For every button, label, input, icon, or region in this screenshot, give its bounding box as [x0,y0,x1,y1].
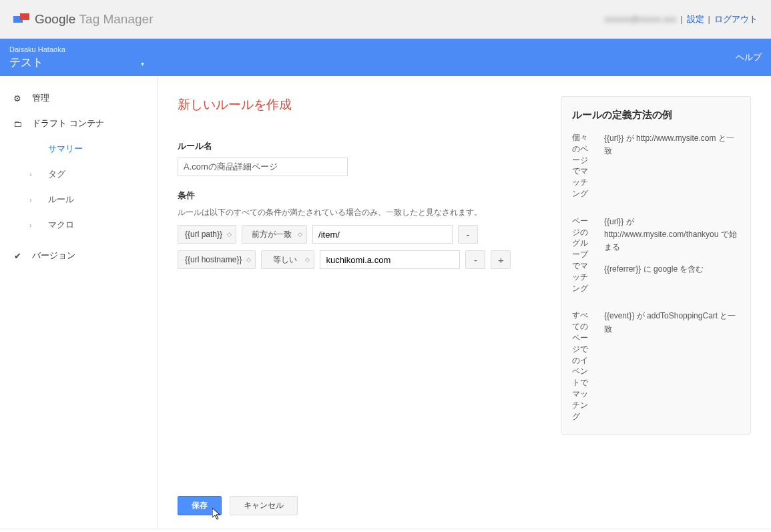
example-row: すべてのページでのイベントでマッチング {{event}} が addToSho… [572,310,740,422]
condition-row: {{url path}} ◇ 前方が一致 ◇ - [178,225,547,244]
gear-icon: ⚙ [12,93,23,103]
sidebar-item-versions[interactable]: ✔ バージョン [0,243,157,268]
sidebar-label: バージョン [32,250,75,262]
condition-row: {{url hostname}} ◇ 等しい ◇ - + [178,250,547,269]
conditions-label: 条件 [178,190,547,202]
caret-icon: ◇ [227,231,232,238]
help-link[interactable]: ヘルプ [736,51,762,63]
user-email: xxxxxx@xxxxx.xxx [604,14,676,24]
checkmark-shield-icon: ✔ [12,250,23,261]
value-input[interactable] [312,225,453,244]
gtm-logo-icon [13,13,29,25]
sidebar-item-summary[interactable]: サマリー [0,136,157,162]
sidebar-label: 管理 [32,92,49,104]
help-panel-title: ルールの定義方法の例 [572,109,740,121]
chevron-down-icon: ▾ [141,60,144,67]
value-input[interactable] [320,250,460,269]
page-title: 新しいルールを作成 [178,96,547,113]
caret-icon: ◇ [305,256,310,263]
footer: © 2014 Google | フィードバックを送信 [0,529,771,532]
example-row: ページのグループでマッチング {{url}} が http://www.mysi… [572,216,740,294]
remove-condition-button[interactable]: - [458,225,478,244]
container-selector[interactable]: Daisaku Hataoka テスト ▾ [9,45,150,70]
top-right-links: xxxxxx@xxxxx.xxx | 設定 | ログアウト [604,13,758,25]
sidebar-item-draft-container[interactable]: 🗀 ドラフト コンテナ [0,111,157,136]
folder-icon: 🗀 [12,118,23,129]
sidebar-label: ドラフト コンテナ [32,117,104,129]
sidebar-item-rules[interactable]: › ルール [0,187,157,212]
caret-icon: ◇ [298,231,302,238]
sidebar-label: サマリー [48,143,83,155]
conditions-hint: ルールは以下のすべての条件が満たされている場合のみ、一致したと見なされます。 [178,207,547,218]
account-name: Daisaku Hataoka [9,45,150,53]
chevron-right-icon: › [29,196,35,204]
sidebar-item-macros[interactable]: › マクロ [0,212,157,238]
rule-name-input[interactable] [178,158,348,176]
sidebar-label: ルール [48,194,74,206]
settings-link[interactable]: 設定 [687,13,704,25]
sidebar-item-tags[interactable]: › タグ [0,162,157,187]
add-condition-button[interactable]: + [491,250,511,269]
rule-name-label: ルール名 [178,140,547,152]
top-bar: Google Tag Manager xxxxxx@xxxxx.xxx | 設定… [0,0,771,39]
operator-dropdown[interactable]: 前方が一致 ◇ [242,225,307,244]
chevron-right-icon: › [29,170,35,178]
variable-dropdown[interactable]: {{url path}} ◇ [178,225,236,244]
help-panel: ルールの定義方法の例 個々のページでマッチング {{url}} が http:/… [561,96,751,435]
logo[interactable]: Google Tag Manager [13,12,153,27]
caret-icon: ◇ [246,256,251,263]
save-button[interactable]: 保存 [178,496,222,515]
sidebar: ⚙ 管理 🗀 ドラフト コンテナ サマリー › タグ › ルール › マクロ ✔… [0,76,158,529]
operator-dropdown[interactable]: 等しい ◇ [261,250,314,269]
example-row: 個々のページでマッチング {{url}} が http://www.mysite… [572,132,740,200]
logo-text: Google Tag Manager [35,12,153,27]
sidebar-label: マクロ [48,219,74,231]
variable-dropdown[interactable]: {{url hostname}} ◇ [178,250,256,269]
rule-form: 新しいルールを作成 ルール名 条件 ルールは以下のすべての条件が満たされている場… [178,96,547,515]
sidebar-label: タグ [48,168,65,180]
cancel-button[interactable]: キャンセル [230,496,298,515]
sidebar-item-admin[interactable]: ⚙ 管理 [0,85,157,111]
account-bar: Daisaku Hataoka テスト ▾ ヘルプ [0,39,771,76]
remove-condition-button[interactable]: - [465,250,485,269]
chevron-right-icon: › [29,221,35,229]
logout-link[interactable]: ログアウト [714,13,758,25]
main-content: 新しいルールを作成 ルール名 条件 ルールは以下のすべての条件が満たされている場… [158,76,771,529]
form-actions: 保存 キャンセル [178,496,547,515]
container-name: テスト [9,55,150,70]
